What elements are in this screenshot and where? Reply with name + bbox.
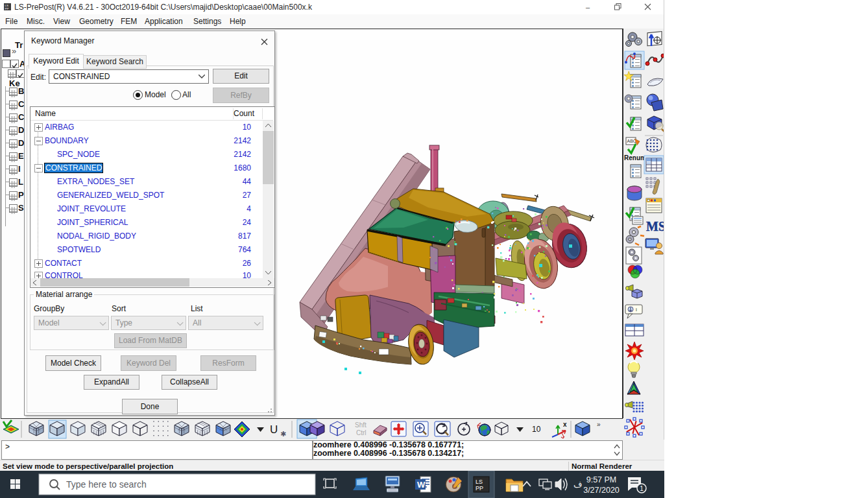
svg-text:10: 10	[532, 425, 541, 434]
svg-text:✱: ✱	[280, 430, 286, 438]
svg-text:Shft: Shft	[355, 421, 367, 429]
svg-text:»: »	[597, 421, 601, 428]
svg-text:1: 1	[640, 485, 644, 492]
svg-text:x: x	[563, 421, 567, 428]
svg-text:Renum: Renum	[624, 154, 646, 161]
svg-text:Type here to search: Type here to search	[66, 479, 147, 490]
svg-text:PP: PP	[476, 485, 483, 492]
svg-text:Ctrl: Ctrl	[356, 429, 367, 436]
svg-text:LS: LS	[476, 479, 483, 485]
svg-text:ف: ف	[573, 480, 582, 490]
svg-text:W: W	[417, 480, 426, 490]
svg-text:i: i	[636, 307, 637, 313]
svg-text:MS: MS	[646, 219, 664, 233]
svg-text:9:57 PM: 9:57 PM	[586, 475, 617, 484]
svg-text:U: U	[270, 423, 278, 436]
svg-text:3/27/2020: 3/27/2020	[583, 486, 620, 495]
